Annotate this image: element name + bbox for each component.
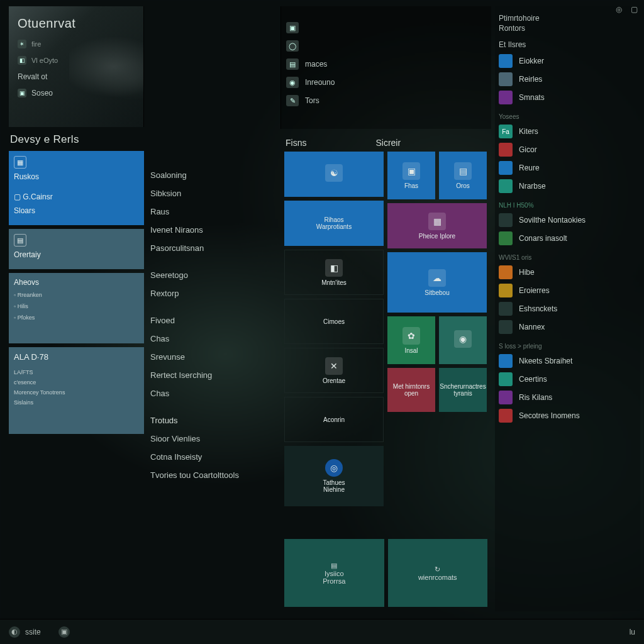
right-panel-item[interactable]: Smnats: [499, 91, 636, 104]
grid-tile[interactable]: ✕Orentae: [284, 348, 384, 393]
quick-item[interactable]: ✎Tors: [286, 95, 486, 106]
tile-sub: tyranis: [453, 390, 472, 397]
right-panel-item[interactable]: Hibe: [499, 265, 636, 279]
grid-tile[interactable]: ▦Pheice Iplore: [387, 203, 487, 248]
grid-tile[interactable]: ▣Fhas: [387, 152, 435, 199]
grid-tile[interactable]: Cimoes: [284, 299, 384, 344]
item-icon: [499, 391, 513, 404]
tile-label: Oros: [456, 182, 470, 189]
quick-item[interactable]: ▤maces: [286, 58, 486, 70]
app-list-item[interactable]: Fivoed: [148, 311, 277, 330]
tile-sub: Niehine: [323, 486, 345, 493]
tile-sub: Warprotiants: [316, 223, 352, 230]
app-list-item[interactable]: Cotna Ihseisty: [148, 448, 277, 466]
app-list-item[interactable]: Sibksion: [148, 184, 277, 203]
start-tile[interactable]: Aheovs◦ Rreanken◦ Hilis◦ Pfokes: [9, 273, 144, 343]
start-tile[interactable]: ▦Ruskos▢ G.CainsrSloars: [9, 151, 144, 225]
grid-tile[interactable]: ✿Insal: [387, 316, 435, 364]
item-icon: [499, 354, 513, 368]
quick-item[interactable]: ◉Inreouno: [286, 77, 486, 88]
battery-icon[interactable]: ▢: [631, 5, 638, 14]
grid-tile[interactable]: ◎TathuesNiehine: [284, 446, 384, 506]
tile-icon: ◎: [325, 459, 343, 477]
app-list-item[interactable]: Srevunse: [148, 348, 277, 366]
app-list-item[interactable]: Soaloning: [148, 166, 277, 184]
tile-icon: ☁: [428, 269, 446, 287]
app-list-item[interactable]: Chas: [148, 384, 277, 402]
grid-tile[interactable]: ▤IysiicoProrrsa: [284, 539, 384, 607]
rp-sec5-head: S loss > prleing: [499, 343, 636, 350]
grid-tile[interactable]: ↻wienrcomats: [388, 539, 488, 607]
right-panel-item[interactable]: Reure: [499, 161, 636, 175]
hero-item[interactable]: Revalt ot: [18, 72, 135, 81]
grid-tile[interactable]: ◧Mntn'ites: [284, 250, 384, 295]
tile-label: Aheovs: [14, 278, 139, 287]
app-list-item[interactable]: Seeretogo: [148, 266, 277, 284]
app-list-item[interactable]: Chas: [148, 330, 277, 348]
tile-label: Pheice Iplore: [419, 233, 455, 240]
app-list-item[interactable]: Raus: [148, 203, 277, 221]
app-list-item[interactable]: Sioor Vienlies: [148, 430, 277, 448]
right-panel-item[interactable]: Nkeets Sbraihet: [499, 354, 636, 368]
grid-tile[interactable]: Sncherurnactrestyranis: [439, 368, 487, 412]
grid-tile[interactable]: ☁Sitbebou: [387, 252, 487, 313]
grid-tile[interactable]: Met hirntonrsopen: [387, 368, 435, 412]
tile-label: Aconrin: [323, 416, 345, 423]
tile-icon: ▦: [14, 156, 26, 169]
tile-label: Orertaiy: [14, 250, 139, 259]
list-subhead: Trotuds: [148, 411, 277, 430]
right-panel-item[interactable]: Conars inasolt: [499, 231, 636, 245]
hero-item[interactable]: ✶fire: [18, 40, 135, 48]
right-panel-item[interactable]: Ceertins: [499, 372, 636, 386]
right-panel-item[interactable]: Eroierres: [499, 284, 636, 297]
item-label: Sovilthe Nontaokies: [519, 216, 586, 225]
grid-tile[interactable]: Aconrin: [284, 397, 384, 442]
right-panel-item[interactable]: Ris Kilans: [499, 391, 636, 404]
tile-label: Tathues: [323, 479, 345, 486]
right-panel-item[interactable]: Nrarbse: [499, 179, 636, 193]
item-label: Gicor: [519, 145, 537, 154]
grid-tile[interactable]: ◉: [439, 316, 487, 364]
item-label: Secotres Inomens: [519, 411, 580, 420]
right-panel-item[interactable]: Sovilthe Nontaokies: [499, 213, 636, 227]
app-list-item[interactable]: Rextorp: [148, 284, 277, 303]
quick-item[interactable]: ◯: [286, 40, 486, 52]
tile-icon: ▤: [331, 562, 337, 570]
item-label: Eshsnckets: [519, 304, 557, 313]
wifi-icon[interactable]: ◎: [616, 5, 622, 14]
app-list-item[interactable]: Pasorculitsnan: [148, 239, 277, 257]
tile-line: LA/FTS: [14, 369, 139, 375]
item-label: Eroierres: [519, 286, 550, 295]
tile-sub: open: [404, 390, 418, 397]
right-panel-item[interactable]: Reirles: [499, 72, 636, 86]
tile-sub: ▢ G.Cainsr: [14, 192, 139, 201]
right-panel-item[interactable]: Nannex: [499, 320, 636, 334]
right-panel-item[interactable]: FaKiters: [499, 125, 636, 138]
right-panel-item[interactable]: Gicor: [499, 143, 636, 157]
tile-label: wienrcomats: [418, 574, 457, 581]
item-icon: [499, 72, 513, 86]
start-tile[interactable]: ▤Orertaiy: [9, 229, 144, 269]
taskbar-item[interactable]: ◐ssite: [9, 626, 41, 638]
item-icon: [499, 143, 513, 157]
app-list-item[interactable]: Rertect Iserching: [148, 366, 277, 384]
rp-sec2-head: Yosees: [499, 113, 636, 120]
app-list-item[interactable]: Tvories tou Coartolttools: [148, 466, 277, 484]
taskbar-right[interactable]: lu: [630, 628, 635, 636]
taskbar-item[interactable]: ▣: [58, 626, 75, 638]
tile-label: Mntn'ites: [321, 279, 347, 286]
hero-item[interactable]: ◧Vl eOyto: [18, 56, 135, 65]
quick-item[interactable]: ▣: [286, 22, 486, 33]
grid-tile[interactable]: ▤Oros: [439, 152, 487, 199]
right-panel-item[interactable]: Eshsnckets: [499, 302, 636, 316]
item-icon: [499, 231, 513, 245]
hero-item[interactable]: ▣Soseo: [18, 89, 135, 97]
start-tile[interactable]: ALA D·78LA/FTSc'esenceMorencey Tonotrens…: [9, 347, 144, 434]
tile-icon: ◉: [454, 330, 472, 348]
grid-tile[interactable]: RihaosWarprotiants: [284, 201, 384, 246]
grid-tile[interactable]: ☯: [284, 152, 384, 197]
app-list-item[interactable]: Ivenet Niraons: [148, 221, 277, 239]
item-label: Soseo: [31, 89, 53, 97]
right-panel-item[interactable]: Secotres Inomens: [499, 409, 636, 423]
right-panel-item[interactable]: Eiokker: [499, 54, 636, 68]
